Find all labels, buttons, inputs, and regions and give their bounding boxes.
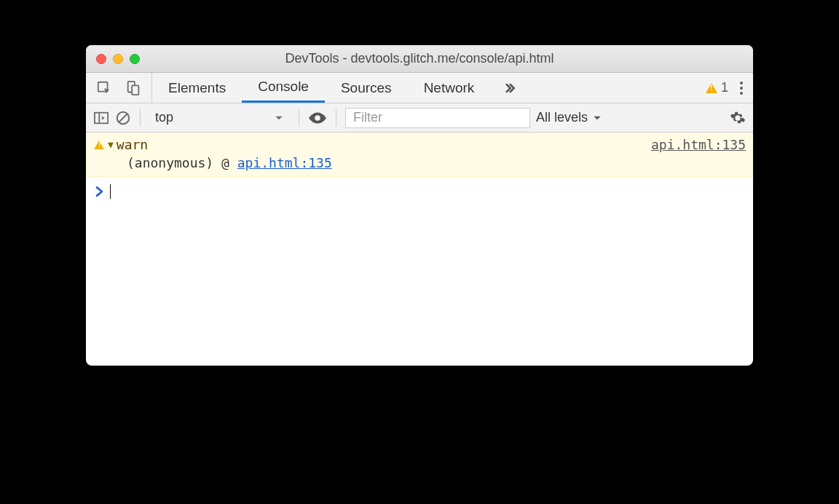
tabs: Elements Console Sources Network xyxy=(152,73,490,103)
prompt-chevron-icon xyxy=(95,186,104,197)
sidebar-toggle-icon[interactable] xyxy=(93,111,109,125)
console-warning-message: ▼ warn api.html:135 (anonymous) @ api.ht… xyxy=(86,133,753,177)
window-title: DevTools - devtools.glitch.me/console/ap… xyxy=(86,51,753,66)
settings-menu-button[interactable] xyxy=(740,82,743,95)
tab-sources[interactable]: Sources xyxy=(325,73,408,103)
warning-icon xyxy=(706,83,717,93)
levels-label: All levels xyxy=(536,110,588,125)
svg-rect-2 xyxy=(132,85,138,95)
stack-frame-link[interactable]: api.html:135 xyxy=(237,155,332,170)
stack-frame-prefix: (anonymous) @ xyxy=(127,155,237,170)
svg-rect-3 xyxy=(95,112,108,123)
tabrow-left xyxy=(86,73,152,103)
titlebar: DevTools - devtools.glitch.me/console/ap… xyxy=(86,45,753,73)
warnings-badge[interactable]: 1 xyxy=(706,80,728,95)
divider xyxy=(299,109,299,127)
tab-elements[interactable]: Elements xyxy=(152,73,242,103)
close-button[interactable] xyxy=(96,54,106,64)
minimize-button[interactable] xyxy=(113,54,123,64)
divider xyxy=(336,109,336,127)
warning-icon xyxy=(94,141,104,149)
warnings-count: 1 xyxy=(721,80,728,95)
message-header: ▼ warn api.html:135 xyxy=(93,137,746,152)
more-tabs-button[interactable] xyxy=(490,73,528,103)
divider xyxy=(140,109,141,127)
console-body: ▼ warn api.html:135 (anonymous) @ api.ht… xyxy=(86,133,753,366)
source-link[interactable]: api.html:135 xyxy=(651,137,746,152)
filter-input[interactable] xyxy=(345,108,530,128)
tab-bar: Elements Console Sources Network 1 xyxy=(86,73,753,103)
tabrow-right: 1 xyxy=(696,73,753,103)
chevron-down-icon xyxy=(592,113,602,123)
live-expression-icon[interactable] xyxy=(308,111,327,125)
devtools-window: DevTools - devtools.glitch.me/console/ap… xyxy=(86,45,753,366)
console-prompt[interactable] xyxy=(86,177,753,206)
input-caret xyxy=(110,184,111,199)
svg-line-6 xyxy=(119,114,127,122)
inspect-icon[interactable] xyxy=(96,80,112,96)
chevron-down-icon xyxy=(274,113,284,123)
context-value: top xyxy=(155,110,173,125)
console-settings-icon[interactable] xyxy=(730,110,746,126)
disclosure-triangle[interactable]: ▼ xyxy=(108,139,114,150)
device-icon[interactable] xyxy=(125,80,141,96)
log-levels-selector[interactable]: All levels xyxy=(536,110,602,125)
message-label: warn xyxy=(117,137,148,152)
zoom-button[interactable] xyxy=(130,54,140,64)
console-toolbar: top All levels xyxy=(86,103,753,133)
svg-point-7 xyxy=(315,115,320,121)
stack-trace: (anonymous) @ api.html:135 xyxy=(93,155,746,170)
context-selector[interactable]: top xyxy=(149,108,290,128)
tab-network[interactable]: Network xyxy=(408,73,491,103)
tab-console[interactable]: Console xyxy=(242,73,325,103)
traffic-lights xyxy=(86,54,140,64)
clear-console-icon[interactable] xyxy=(115,110,131,126)
